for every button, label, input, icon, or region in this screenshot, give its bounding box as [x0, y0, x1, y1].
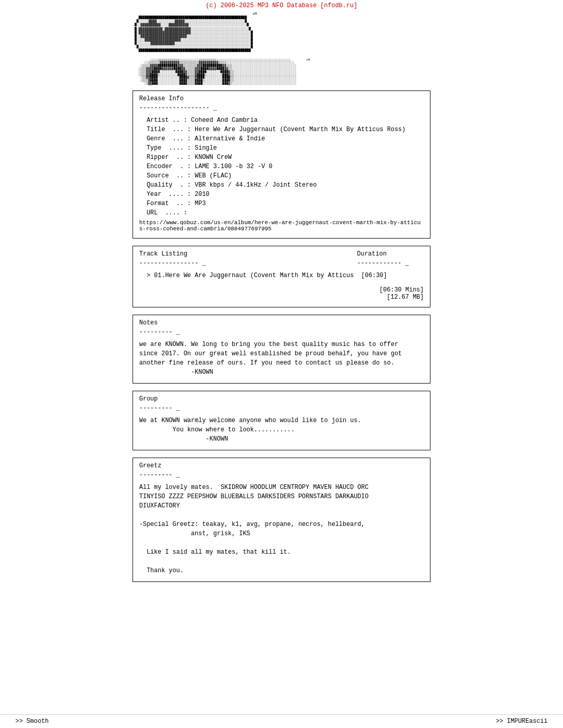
release-info-divider: ------------------- _ [139, 104, 424, 112]
greetz-section: Greetz --------- _ All my lovely mates. … [133, 458, 430, 582]
notes-content: we are KNOWN. We long to bring you the b… [139, 340, 424, 377]
footer-right: >> IMPUREascii [496, 718, 548, 725]
duration-divider: ------------ _ [357, 260, 424, 267]
track-listing-header-row: Track Listing ---------------- _ Duratio… [139, 250, 424, 271]
group-content: We at KNOWN warmly welcome anyone who wo… [139, 416, 424, 444]
track-listing-divider: ---------------- _ [139, 260, 206, 267]
release-info-content: Artist .. : Coheed And Cambria Title ...… [139, 116, 424, 217]
release-info-title: Release Info [139, 95, 424, 102]
notes-divider: --------- _ [139, 329, 424, 336]
greetz-divider: --------- _ [139, 471, 424, 479]
ascii-art-block: ░░░░▒▒▒▒▒▒▒▒▒▒▒░░░░░░░░░░▒▒▒▒▒▒▒▒▒░░░░░░… [133, 59, 430, 85]
page-wrapper: (c) 2006-2025 MP3 NFO Database [nfodb.ru… [0, 0, 563, 728]
group-title: Group [139, 395, 424, 403]
track-listing-right: Duration ------------ _ [357, 250, 424, 271]
greetz-content: All my lovely mates. SKIDROW HOODLUM CEN… [139, 483, 424, 575]
credit-text: (c) 2006-2025 MP3 NFO Database [nfodb.ru… [205, 2, 357, 9]
group-section: Group --------- _ We at KNOWN warmly wel… [133, 391, 430, 450]
notes-section: Notes --------- _ we are KNOWN. We long … [133, 315, 430, 384]
track-totals: [06:30 Mins] [12.67 MB] [139, 286, 424, 301]
duration-title: Duration [357, 250, 424, 258]
track-listing-left: Track Listing ---------------- _ [139, 250, 206, 271]
track-row-1: > 01.Here We Are Juggernaut (Covent Mart… [139, 271, 424, 280]
total-duration: [06:30 Mins] [139, 286, 424, 294]
release-url[interactable]: https://www.qobuz.com/us-en/album/here-w… [139, 220, 424, 232]
track-listing-title: Track Listing [139, 250, 206, 258]
group-divider: --------- _ [139, 405, 424, 412]
ascii-art-pre: ░░░░▒▒▒▒▒▒▒▒▒▒▒░░░░░░░░░░▒▒▒▒▒▒▒▒▒░░░░░░… [133, 59, 430, 85]
total-size: [12.67 MB] [139, 294, 424, 301]
footer-bar: >> Smooth >> IMPUREascii [0, 714, 563, 728]
release-info-section: Release Info ------------------- _ Artis… [133, 90, 430, 239]
ascii-art-container: sM █████████████████████████████████████… [133, 10, 430, 59]
top-credit: (c) 2006-2025 MP3 NFO Database [nfodb.ru… [0, 0, 563, 10]
track-listing-section: Track Listing ---------------- _ Duratio… [133, 246, 430, 307]
footer-left: >> Smooth [15, 718, 49, 725]
notes-title: Notes [139, 319, 424, 326]
greetz-title: Greetz [139, 462, 424, 469]
ascii-art: sM █████████████████████████████████████… [133, 12, 430, 57]
main-content: Release Info ------------------- _ Artis… [133, 90, 430, 582]
